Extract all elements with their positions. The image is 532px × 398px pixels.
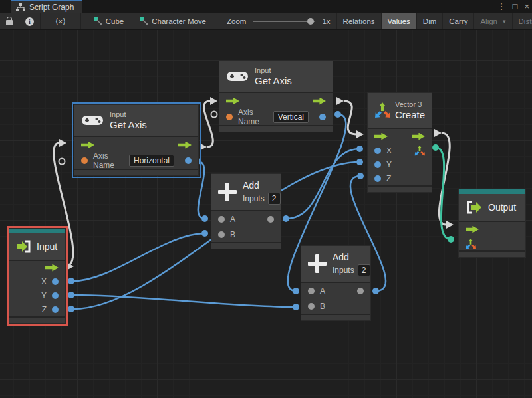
gamepad-icon [226,70,249,83]
node-input-event[interactable]: Input X Y Z [9,229,65,323]
axis-name-field[interactable]: Horizontal [129,155,174,167]
wire-endpoint[interactable] [356,146,363,152]
wire-endpoint[interactable] [357,173,364,179]
input-event-icon [16,239,32,254]
node-footer [211,242,281,249]
wire-endpoint[interactable] [283,215,289,222]
input-b-port[interactable] [308,303,315,310]
flow-in-port[interactable] [226,98,239,105]
port-a-label: A [320,286,325,296]
gamepad-icon [81,114,104,127]
values-toggle[interactable]: Values [382,13,417,29]
dim-toggle[interactable]: Dim [417,13,443,29]
wire-getaxis-horizontal-to-getaxis-vertical[interactable] [204,101,213,147]
wire-endpoint[interactable] [293,288,299,294]
carry-toggle[interactable]: Carry [443,13,474,29]
unconnected-port-ring[interactable] [211,112,217,118]
flow-out-port[interactable] [313,98,326,105]
inputs-count-field[interactable]: 2 [268,193,281,205]
distribute-dropdown[interactable]: Distribute▾ [513,13,532,29]
wire-endpoint[interactable] [334,111,341,118]
wire-endpoint[interactable] [68,292,74,298]
vector3-result-port[interactable] [414,146,425,156]
zoom-slider-handle[interactable] [307,18,314,25]
inputs-count-field[interactable]: 2 [358,264,370,276]
breadcrumb-cube[interactable]: Cube [81,13,130,29]
input-b-port[interactable] [218,231,225,238]
relations-toggle[interactable]: Relations [337,13,382,29]
wire-endpoint[interactable] [356,159,363,165]
axis-name-port[interactable] [226,114,233,120]
wire-endpoint[interactable] [372,288,379,294]
graph-icon [94,17,102,25]
node-title: Create [395,109,425,121]
axis-name-label: Axis Name [238,108,268,126]
unconnected-port-ring[interactable] [59,159,65,165]
z-port[interactable] [374,175,381,182]
result-port[interactable] [185,157,192,164]
relations-label: Relations [343,17,375,25]
breadcrumb-character-move[interactable]: Character Move [130,13,212,29]
node-category: Vector 3 [395,100,425,109]
flow-in-port[interactable] [81,142,94,149]
port-b-label: B [320,302,325,311]
flow-in-port[interactable] [374,133,388,140]
wire-endpoint[interactable] [201,215,208,222]
flow-in-port[interactable] [466,226,479,233]
x-port[interactable] [374,148,381,154]
node-get-axis-vertical[interactable]: Input Get Axis Axis Name Vertical [219,61,332,132]
y-port[interactable] [52,292,59,299]
node-footer [368,185,432,192]
tab-script-graph[interactable]: Script Graph [11,0,82,13]
wire-horizontal-to-addtop-a[interactable] [198,161,205,219]
port-a-label: A [230,215,235,224]
vector3-value-port[interactable] [466,239,476,249]
carry-label: Carry [449,17,467,25]
input-a-port[interactable] [308,288,315,294]
wire-endpoint[interactable] [293,304,299,310]
axis-name-port[interactable] [81,157,88,164]
result-port[interactable] [319,114,326,120]
flow-out-port[interactable] [45,264,59,272]
wire-addtop-to-vector3-x[interactable] [286,149,360,219]
node-add-bottom[interactable]: Add Inputs 2 A B [301,246,370,320]
node-get-axis-horizontal[interactable]: Input Get Axis Axis Name Horizontal [74,105,198,175]
axis-name-field[interactable]: Vertical [273,111,309,123]
wire-input-x-to-addtop-b[interactable] [73,233,205,281]
node-title: Output [488,201,516,213]
node-footer [219,125,332,132]
node-add-top[interactable]: Add Inputs 2 A B [211,174,281,249]
sum-port[interactable] [357,288,364,294]
wire-endpoint[interactable] [201,230,208,237]
event-color-bar [459,189,525,194]
info-button[interactable]: i [19,13,41,29]
node-title: Input [37,241,57,252]
node-vector3-create[interactable]: Vector 3 Create X Y Z [368,93,432,192]
window-maximize-icon[interactable]: □ [513,0,518,13]
flow-arrowhead [356,130,364,138]
graph-icon [140,17,148,25]
zoom-slider[interactable] [253,21,315,22]
node-output-event[interactable]: Output [459,189,525,257]
wire-endpoint[interactable] [68,278,74,284]
wire-endpoint[interactable] [68,306,74,312]
flow-out-port[interactable] [178,142,192,149]
z-port[interactable] [52,306,59,313]
x-port[interactable] [52,278,59,285]
wire-input-y-to-addbottom-b[interactable] [73,295,296,307]
flow-arrowhead [434,129,442,137]
chevron-down-icon: ▾ [503,18,506,25]
align-dropdown[interactable]: Align▾ [474,13,512,29]
flow-out-port[interactable] [412,133,425,140]
y-port[interactable] [374,161,381,168]
wire-endpoint-vector[interactable] [448,236,454,243]
sum-port[interactable] [267,216,274,223]
window-menu-icon[interactable]: ⋮ [497,0,506,13]
flow-arrowhead [210,97,217,105]
code-view-button[interactable]: ⟨×⟩ [41,13,81,29]
input-a-port[interactable] [218,216,225,223]
window-close-icon[interactable]: × [524,0,529,13]
wire-endpoint-vector[interactable] [432,144,439,151]
lock-button[interactable] [0,13,19,29]
script-graph-icon [16,3,25,12]
